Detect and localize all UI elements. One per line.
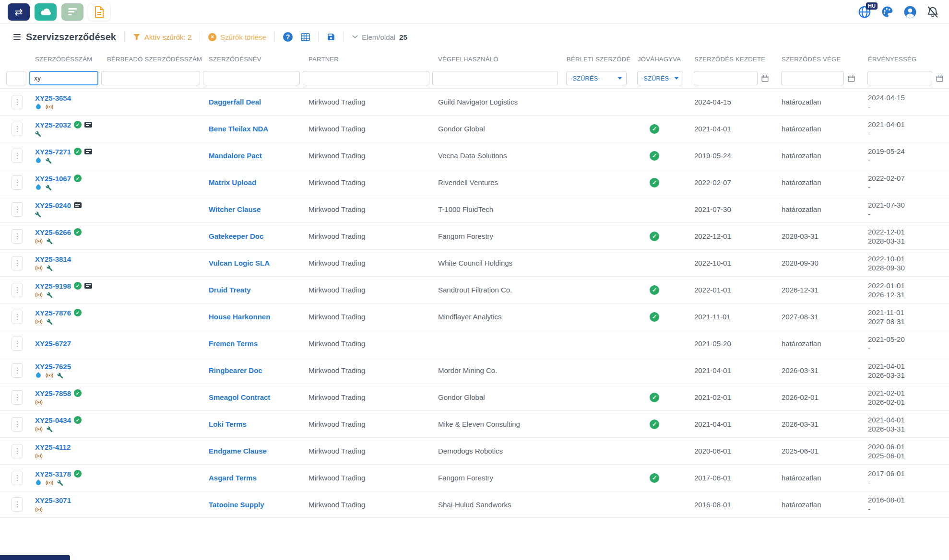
- contract-number-link[interactable]: XY25-3654: [35, 94, 71, 102]
- contract-name-link[interactable]: Asgard Terms: [209, 474, 257, 482]
- save-button[interactable]: [327, 33, 335, 41]
- clear-filters-button[interactable]: × Szűrők törlése: [208, 33, 266, 41]
- contract-number-link[interactable]: XY25-1067: [35, 175, 71, 183]
- row-menu-button[interactable]: ⋮: [12, 283, 23, 297]
- column-header-end-user[interactable]: VÉGFELHASZNÁLÓ: [431, 56, 559, 63]
- filter-rental-select[interactable]: -SZŰRÉS-: [566, 71, 627, 85]
- row-menu-button[interactable]: ⋮: [12, 229, 23, 244]
- filter-validity-input[interactable]: [867, 71, 932, 85]
- cloud-button[interactable]: [35, 3, 57, 21]
- list-button[interactable]: [61, 3, 83, 21]
- contract-number-link[interactable]: XY25-4112: [35, 443, 71, 451]
- filter-enduser-input[interactable]: [432, 71, 558, 85]
- column-header-name[interactable]: SZERZŐDÉSNÉV: [202, 56, 301, 63]
- validity-calendar-button[interactable]: [934, 71, 945, 85]
- end-user-cell: Mindflayer Analytics: [431, 313, 559, 321]
- contract-number-link[interactable]: XY25-2032: [35, 121, 71, 129]
- contract-name-link[interactable]: Witcher Clause: [209, 205, 261, 213]
- contract-number-link[interactable]: XY25-7271: [35, 148, 71, 156]
- start-date-cell: 2016-08-01: [687, 501, 774, 509]
- contract-number-link[interactable]: XY25-7858: [35, 389, 71, 397]
- contract-name-link[interactable]: Fremen Terms: [209, 339, 258, 348]
- contract-name-link[interactable]: Ringbearer Doc: [209, 366, 262, 374]
- per-page-control[interactable]: Elem/oldal 25: [352, 33, 407, 41]
- end-date-cell: 2026-03-31: [774, 366, 861, 374]
- row-menu-button[interactable]: ⋮: [12, 95, 23, 109]
- table-view-button[interactable]: [301, 33, 310, 41]
- row-menu-button[interactable]: ⋮: [12, 256, 23, 270]
- palette-button[interactable]: [880, 5, 894, 19]
- contract-name-link[interactable]: Vulcan Logic SLA: [209, 259, 270, 267]
- contract-name-link[interactable]: Daggerfall Deal: [209, 98, 261, 106]
- active-filters[interactable]: Aktív szűrők: 2: [133, 33, 191, 41]
- menu-icon[interactable]: [13, 34, 21, 40]
- account-button[interactable]: [903, 5, 917, 19]
- row-menu-button[interactable]: ⋮: [12, 202, 23, 217]
- chevron-down-icon: [352, 35, 358, 39]
- wrench-icon: [47, 238, 53, 245]
- table-row: ⋮ XY25-1067 ✓ Matrix Upload Mirkwood Tra…: [0, 169, 949, 196]
- column-header-number[interactable]: SZERZŐDÉSSZÁM: [28, 56, 100, 63]
- end-calendar-button[interactable]: [845, 71, 857, 85]
- contract-number-link[interactable]: XY25-6266: [35, 228, 71, 236]
- contract-name-link[interactable]: Bene Tleilax NDA: [209, 125, 268, 133]
- contract-name-link[interactable]: Tatooine Supply: [209, 501, 264, 509]
- column-header-partner[interactable]: PARTNER: [301, 56, 431, 63]
- contract-number-link[interactable]: XY25-3071: [35, 496, 71, 504]
- row-menu-button[interactable]: ⋮: [12, 122, 23, 136]
- contracts-table: SZERZŐDÉSSZÁM BÉRBEADÓ SZERZŐDÉSSZÁM SZE…: [0, 50, 949, 518]
- contract-number-link[interactable]: XY25-6727: [35, 339, 71, 348]
- contract-name-link[interactable]: Smeagol Contract: [209, 393, 270, 401]
- contract-number-link[interactable]: XY25-0240: [35, 201, 71, 210]
- contract-name-link[interactable]: Druid Treaty: [209, 286, 251, 294]
- row-menu-button[interactable]: ⋮: [12, 471, 23, 485]
- column-header-lessor-number[interactable]: BÉRBEADÓ SZERZŐDÉSSZÁM: [100, 56, 202, 63]
- contract-name-link[interactable]: Endgame Clause: [209, 447, 267, 455]
- filter-start-input[interactable]: [694, 71, 758, 85]
- document-button[interactable]: [88, 3, 110, 21]
- contract-name-link[interactable]: Mandalore Pact: [209, 152, 262, 160]
- validity-end: -: [868, 102, 946, 111]
- column-header-start[interactable]: SZERZŐDÉS KEZDETE: [687, 56, 774, 63]
- row-menu-button[interactable]: ⋮: [12, 149, 23, 163]
- contract-name-link[interactable]: Loki Terms: [209, 420, 247, 428]
- column-header-rental[interactable]: BÉRLETI SZERZŐDÉS: [559, 56, 630, 63]
- contract-name-link[interactable]: Gatekeeper Doc: [209, 232, 263, 240]
- filter-name-input[interactable]: [203, 71, 300, 85]
- row-menu-button[interactable]: ⋮: [12, 337, 23, 351]
- filter-end-input[interactable]: [781, 71, 844, 85]
- row-menu-button[interactable]: ⋮: [12, 417, 23, 432]
- row-menu-button[interactable]: ⋮: [12, 390, 23, 405]
- row-menu-button[interactable]: ⋮: [12, 363, 23, 378]
- contract-number-link[interactable]: XY25-7876: [35, 309, 71, 317]
- table-row: ⋮ XY25-7858 ✓ Smeagol Contract Mirkwood …: [0, 384, 949, 410]
- column-header-approved[interactable]: JÓVÁHAGYVA: [630, 56, 687, 63]
- contract-name-link[interactable]: Matrix Upload: [209, 178, 256, 187]
- filter-partner-input[interactable]: [303, 71, 429, 85]
- row-menu-button[interactable]: ⋮: [12, 497, 23, 512]
- help-button[interactable]: ?: [283, 32, 293, 42]
- column-header-end[interactable]: SZERZŐDÉS VÉGE: [774, 56, 861, 63]
- language-button[interactable]: HU: [857, 5, 872, 19]
- comment-icon: [84, 283, 92, 289]
- filter-row: -SZŰRÉS- -SZŰRÉS-: [0, 68, 949, 88]
- signal-icon: [35, 238, 43, 244]
- row-menu-button[interactable]: ⋮: [12, 175, 23, 190]
- notifications-button[interactable]: [926, 5, 939, 19]
- contract-number-link[interactable]: XY25-9198: [35, 282, 71, 290]
- filter-lessor-input[interactable]: [101, 71, 200, 85]
- validity-start: 2024-04-15: [868, 93, 946, 102]
- start-calendar-button[interactable]: [759, 71, 771, 85]
- contract-number-link[interactable]: XY25-0434: [35, 416, 71, 424]
- sync-button[interactable]: ⇄: [8, 3, 30, 21]
- contract-name-link[interactable]: House Harkonnen: [209, 313, 270, 321]
- clear-filters-icon: ×: [208, 33, 216, 41]
- contract-number-link[interactable]: XY25-3814: [35, 255, 71, 263]
- filter-number-input[interactable]: [29, 71, 98, 85]
- filter-approved-select[interactable]: -SZŰRÉS-: [637, 71, 683, 85]
- contract-number-link[interactable]: XY25-7625: [35, 362, 71, 371]
- column-header-validity[interactable]: ÉRVÉNYESSÉG: [861, 56, 949, 63]
- row-menu-button[interactable]: ⋮: [12, 310, 23, 324]
- contract-number-link[interactable]: XY25-3178: [35, 470, 71, 478]
- row-menu-button[interactable]: ⋮: [12, 444, 23, 458]
